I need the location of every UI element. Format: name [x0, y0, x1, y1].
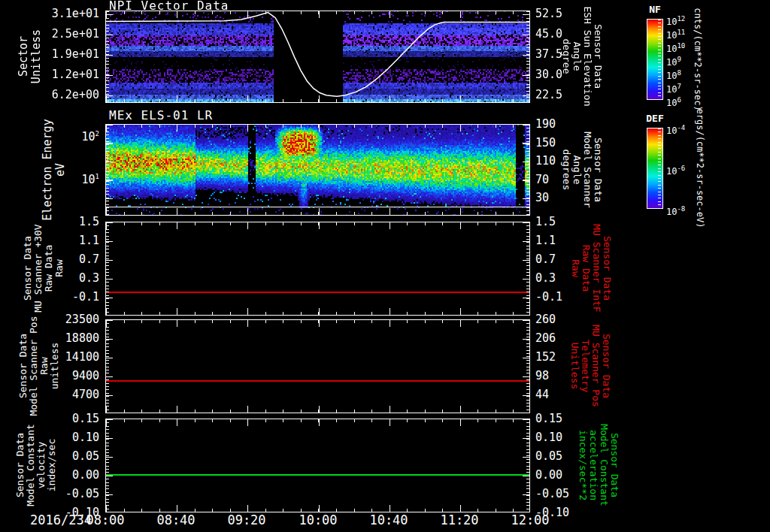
- p1-ylabel-line: Sector: [17, 29, 30, 83]
- x-tick: 09:20: [213, 514, 280, 526]
- plot-figure: { "window": {"width": 1024, "height": 70…: [0, 0, 770, 532]
- p4-ylabel: Sensor Data Model Scanner Pos Raw unitle…: [18, 316, 60, 416]
- p2-y2tick: 110: [535, 155, 556, 167]
- p1-ylabel: Sector Unitless: [17, 29, 43, 83]
- axis-ticks: [105, 222, 530, 316]
- tick-exp: -4: [677, 124, 685, 131]
- axis-ticks: [658, 128, 661, 208]
- p2-y2label-line: Angle: [571, 131, 582, 208]
- p5-ylabel-line: Model Constant: [26, 424, 36, 506]
- p3-y2tick: -0.1: [535, 291, 562, 303]
- p2-y2tick: 70: [535, 174, 549, 186]
- p5-ylabel-line: velocity: [36, 424, 47, 506]
- tick-base: 10: [82, 130, 95, 144]
- p5-y2tick: 0.15: [535, 413, 562, 425]
- nf-cb-tick: 106: [666, 95, 681, 108]
- axis-ticks: [658, 20, 661, 99]
- p1-ylabel-line: Unitless: [30, 29, 43, 83]
- x-tick: 08:40: [142, 514, 210, 526]
- p1-ytick: 6.2e+00: [29, 89, 99, 101]
- p4-y2label-line: Telemetry: [580, 325, 590, 407]
- p3-y2label-line: Raw: [570, 224, 581, 312]
- p5-ylabel: Sensor Data Model Constant velocity inde…: [15, 424, 57, 506]
- p2-y2label-line: degrees: [561, 131, 571, 208]
- tick-exp: 6: [677, 96, 681, 104]
- tick-base: 10: [666, 57, 677, 68]
- tick-exp: 7: [677, 83, 681, 90]
- tick-exp: 10: [677, 42, 685, 50]
- p5-y2label-line: acceleration: [588, 424, 599, 506]
- nf-colorbar-title: NF: [644, 4, 666, 16]
- p5-y2label-line: Model Constant: [599, 424, 609, 506]
- nf-cb-tick: 1011: [666, 27, 685, 41]
- p1-y2tick: 52.5: [535, 8, 562, 20]
- p5-y2tick: -0.05: [535, 488, 569, 500]
- tick-base: 10: [666, 84, 677, 95]
- p4-y2tick: 152: [535, 351, 556, 363]
- nf-cb-tick: 108: [666, 68, 681, 81]
- axis-ticks: [105, 419, 530, 512]
- p4-y2tick: 260: [535, 313, 556, 325]
- p4-y2tick: 98: [535, 370, 549, 382]
- x-tick: 08:00: [71, 514, 139, 526]
- def-colorbar-unit: ergs/(cm**2-sr-sec-eV): [695, 109, 705, 228]
- p4-y2label-line: Sensor Data: [601, 325, 611, 407]
- p3-y2tick: 1.1: [535, 234, 556, 246]
- p3-ylabel: Sensor Data MU Scanner +30V Raw Data Raw: [23, 224, 65, 312]
- p1-y2label-line: degree: [561, 6, 571, 106]
- def-cb-tick: 10-8: [666, 204, 685, 217]
- p1-y2tick: 45.0: [535, 28, 562, 40]
- p2-y2label-line: Model Scanner: [582, 131, 593, 208]
- p5-y2label-line: incex/sec**2: [578, 424, 588, 506]
- tick-exp: -6: [677, 165, 685, 172]
- axis-ticks: [105, 11, 530, 103]
- p1-y2label: Sensor Data ESH Sun Elevation Angle degr…: [561, 6, 603, 106]
- tick-exp: 2: [95, 130, 99, 138]
- p3-y2label-line: Raw Data: [581, 224, 591, 312]
- p1-y2label-line: ESH Sun Elevation: [582, 6, 593, 106]
- p1-ytick: 3.1e+01: [29, 8, 99, 20]
- tick-base: 10: [666, 98, 677, 108]
- axis-ticks: [105, 319, 530, 413]
- nf-cb-tick: 1012: [666, 14, 685, 27]
- tick-base: 10: [666, 17, 677, 27]
- axis-ticks: [105, 124, 530, 216]
- p5-y2tick: 0.00: [535, 469, 562, 481]
- p4-y2label-line: Unitless: [569, 325, 580, 407]
- tick-exp: 12: [677, 15, 685, 23]
- p2-ylabel-line: eV: [54, 119, 67, 220]
- tick-exp: 11: [677, 29, 685, 36]
- tick-base: 10: [666, 207, 677, 217]
- p3-ylabel-line: Sensor Data: [23, 224, 33, 312]
- p3-ylabel-line: MU Scanner +30V: [33, 224, 44, 312]
- p3-ylabel-line: Raw: [54, 224, 65, 312]
- p2-y2label-line: Sensor Data: [593, 131, 603, 208]
- p1-y2tick: 22.5: [535, 89, 562, 101]
- p1-y2label-line: Angle: [571, 6, 582, 106]
- p4-y2label: Sensor Data MU Scanner Pos Telemetry Uni…: [569, 325, 611, 407]
- tick-exp: 9: [677, 56, 681, 63]
- p5-y2tick: 0.10: [535, 431, 562, 443]
- p4-y2label-line: MU Scanner Pos: [590, 325, 601, 407]
- p2-ylabel-line: Electron Energy: [41, 119, 54, 220]
- x-tick: 12:00: [496, 514, 564, 526]
- nf-colorbar-unit: cnts/(cm**2-sr-sec): [693, 8, 703, 110]
- p5-y2tick: 0.05: [535, 450, 562, 462]
- p1-y2tick: 37.5: [535, 48, 562, 60]
- p5-ylabel-line: Sensor Data: [15, 424, 26, 506]
- p4-ylabel-line: Sensor Data: [18, 316, 29, 416]
- p3-y2tick: 0.3: [535, 272, 556, 284]
- x-tick: 11:20: [426, 514, 493, 526]
- tick-base: 10: [82, 173, 95, 186]
- nf-cb-tick: 1010: [666, 41, 685, 54]
- p3-y2label-line: MU Scanner IntF: [591, 224, 602, 312]
- tick-exp: 1: [95, 173, 99, 180]
- p5-y2label-line: Sensor Data: [609, 424, 620, 506]
- p5-y2label: Sensor Data Model Constant acceleration …: [578, 424, 620, 506]
- def-colorbar-title: DEF: [644, 113, 666, 125]
- p2-ylabel: Electron Energy eV: [41, 119, 67, 220]
- p4-ylabel-line: Model Scanner Pos: [29, 316, 39, 416]
- p2-y2tick: 150: [535, 137, 556, 149]
- panel2-title: MEx ELS-01 LR: [109, 110, 213, 122]
- p2-y2tick: 30: [535, 192, 549, 204]
